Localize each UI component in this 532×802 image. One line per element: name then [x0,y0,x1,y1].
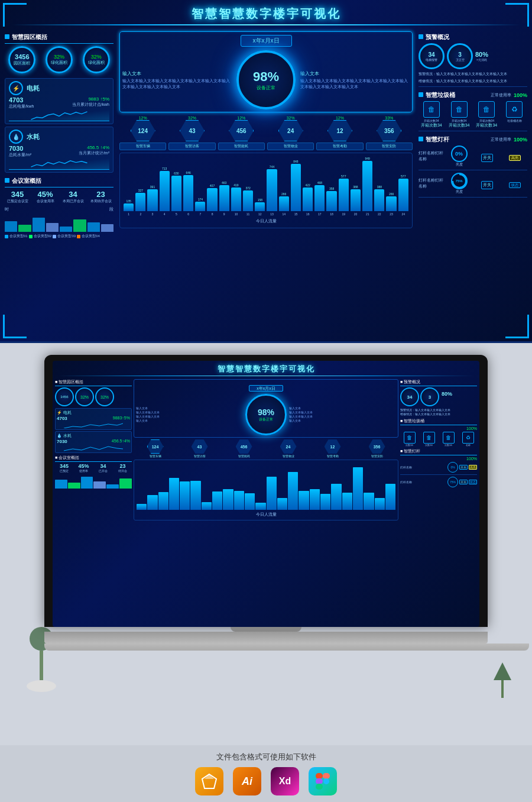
hex-pct-3: 12% [218,116,265,120]
lp-hex-row: 124 智慧车辆 43 智慧访客 456 智慧能耗 [134,439,398,458]
lp-text-left: 输入文本输入文本输入文本输入文本输入文本输入文本 [136,406,243,423]
chart-bar-item: 388 20 [351,157,361,216]
hex-tag-1: 智慧车辆 [119,143,166,150]
text-title-right: 输入文本 [300,70,410,77]
electricity-info: 电耗 [27,84,109,93]
meeting-lbl-4: 本周待开会议 [88,199,113,204]
text-body-left: 输入文本输入文本输入文本输入文本输入文本输入文本输入文本输入文本输入文本输入文本 [122,78,232,90]
chart-bar-item: 372 11 [243,157,253,216]
lamp-status-1: 高亮 [502,151,527,161]
lp-warning-text: 预警情况：输入文本输入文本输入文本维修情况：输入文本输入文本输入文本 [400,408,477,416]
laptop-section: 智慧智慧数字楼宇可视化 ■ 智慧园区概括 3456 32% 32% [0,343,532,745]
water-info: 水耗 [27,132,109,141]
trash-item-2: 🗑 开箱次数34 开箱次数34 [446,101,472,128]
mbar-8 [101,224,113,232]
lp-chart-bar-item [147,463,157,510]
lp-chart-bar-item [299,463,309,510]
trash-num-3: 开箱次数34 [474,122,500,128]
lp-meeting-title: ■ 会议室概括 [55,455,132,462]
legend-label-2: 会议类型02 [34,234,52,239]
dashboard-header: 智慧智慧数字楼宇可视化 [0,0,532,31]
hex-tag-2: 智慧访客 [168,143,215,150]
lp-chart-bars [137,463,395,510]
lamp-name-2: 灯杆名称灯杆名称 [419,177,444,189]
lp-chart-bar-item [385,463,395,510]
trash-item-4: ♻ 垃圾桶名称 [501,101,527,128]
hex-tag-6: 智慧安防 [366,143,413,150]
sketch-icon [195,767,223,795]
gauge-green1: 32% 绿化面积 [42,46,77,75]
trash-icon-1: 🗑 [423,101,440,118]
lp-center-top: x年x月x日 输入文本输入文本输入文本输入文本输入文本输入文本 98% 设备正常… [134,379,398,438]
lp-hex-3: 456 智慧能耗 [236,439,252,458]
software-label: 文件包含格式可使用如下软件 [216,752,316,762]
plant-right [485,662,520,710]
lp-trash-3: 🗑次数34 [439,432,458,447]
trash-icon-2: 🗑 [451,101,468,118]
warning-lbl-1: 电梯报警 [426,58,437,62]
chart-bar-item: 577 24 [398,157,408,216]
svg-rect-3 [323,773,330,779]
chart-xlabel: 今日人流量 [124,218,408,224]
lp-trash-grid: 🗑次数34 🗑次数34 🗑次数34 ♻名称 [400,432,477,447]
electricity-month-pct: 9883 ↑5% [72,96,109,102]
lp-chart-bar-item [375,463,385,510]
electricity-card: ⚡ 电耗 4703 总耗电量/kwh 9883 ↑5% 当月累计统计点/kwh [5,78,113,124]
lp-chart-bar-item [331,463,341,510]
laptop-header: 智慧智慧数字楼宇可视化 [53,361,479,379]
chart-bar-item: 468 17 [314,157,325,216]
lamp-name-1: 灯杆名称灯杆名称 [419,150,444,162]
legend-1: 会议类型01 [5,234,28,239]
lp-chart-bar-item [212,463,222,510]
date-selector: x年x月x日 [122,34,410,47]
laptop-bottom [44,643,529,651]
svg-rect-2 [316,773,323,779]
laptop-main-layout: ■ 智慧园区概括 3456 32% 32% ⚡ 电耗 4703 9883↑5% [53,379,479,604]
chart-bar-item: 358 18 [326,157,336,216]
center-top-section: x年x月x日 输入文本 输入文本输入文本输入文本输入文本输入文本输入文本输入文本… [119,31,413,112]
trash-status: 正常使用率 100% [491,92,527,98]
chart-bar-item: 388 22 [374,157,384,216]
chart-bar-item: 419 10 [231,157,241,216]
laptop-right: ■ 预警概况 34 3 80% 预警情况：输入文 [400,379,477,604]
meeting-lbl-3: 本周已开会议 [60,199,86,204]
lp-warning-circles: 34 3 80% [400,387,477,406]
lamp-row-1: 灯杆名称灯杆名称 0% 亮度 开关 高亮 [419,145,527,170]
mbar-2 [18,225,31,232]
electricity-row: ⚡ 电耗 [9,81,109,95]
text-body-right: 输入文本输入文本输入文本输入文本输入文本输入文本输入文本输入文本输入文本输入文本 [300,78,410,90]
chart-bar-item: 422 16 [303,157,313,216]
lp-gauge-1: 3456 [55,387,74,406]
hex-num-6: 356 [384,128,394,134]
lamp-status-label: 正常使用率 [491,137,511,143]
lp-elec-vals: 4703 9883↑5% [57,416,130,421]
lp-hex-5: 12 智慧考勤 [325,439,341,458]
lp-water-spark [57,444,130,451]
gauge-circle-green2: 32% 绿化面积 [83,46,110,73]
electricity-total: 4703 [9,96,34,104]
gauge-number-area: 3456 [15,53,29,60]
meeting-num-3: 34 [60,190,86,199]
water-icon: 💧 [9,130,23,144]
water-month-label: 当月累计统计/m² [79,150,109,156]
hex-energy: 12% 456 智慧能耗 [218,116,265,150]
date-button[interactable]: x年x月x日 [241,35,292,47]
trash-icon-4: ♻ [506,101,523,118]
meeting-num-1: 345 [5,190,30,199]
lamp-brightness-2: 75% 亮度 [446,173,472,195]
lamp-switch-1: 开关 [474,151,499,162]
warning-pct: 80% [475,51,488,58]
lp-trash-4: ♻名称 [459,432,477,447]
main-layout: 智慧园区概括 3456 园区面积 32% 绿化面积 32% [0,31,532,333]
warning-circles: 34 电梯报警 3 卫正空 80% ×元消耗 [419,43,527,69]
hex-num-4: 24 [287,128,294,134]
chart-bar-item: 848 15 [291,157,301,216]
lp-chart-bar-item [158,463,168,510]
big-percent: 98% [253,69,279,85]
meeting-num-2: 45% [33,190,58,199]
hex-num-5: 12 [336,128,343,134]
warning-num-2: 3 [458,51,462,58]
lamp-status-2: 状态 [502,178,527,189]
lp-trash-1: 🗑次数34 [400,432,419,447]
chart-bar-item: 158 12 [255,157,265,216]
